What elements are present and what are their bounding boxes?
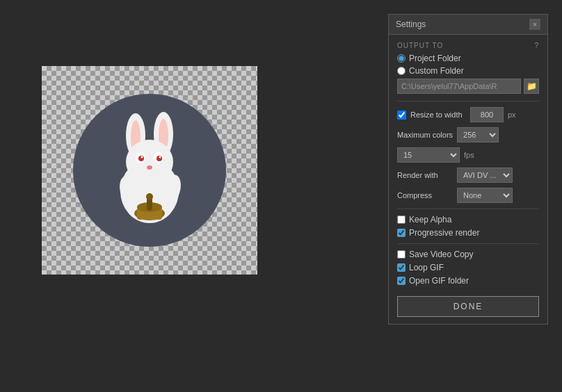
compress-label: Compress: [397, 191, 453, 199]
help-icon[interactable]: ?: [534, 42, 539, 49]
done-button[interactable]: DONE: [397, 296, 539, 317]
rabbit-illustration: [94, 108, 205, 233]
resize-value-input[interactable]: [470, 107, 504, 122]
project-folder-label: Project Folder: [409, 54, 461, 63]
compress-row: Compress None LZW Deflate: [397, 188, 539, 203]
svg-point-12: [147, 165, 152, 170]
settings-panel: Settings × OUTPUT TO ? Project Folder Cu…: [388, 14, 548, 325]
resize-row: Resize to width px: [397, 107, 539, 122]
settings-body: OUTPUT TO ? Project Folder Custom Folder…: [388, 35, 548, 325]
max-colors-select[interactable]: 256 128 64 32 16: [457, 127, 499, 142]
svg-point-10: [141, 156, 143, 158]
progressive-render-label: Progressive render: [409, 228, 479, 238]
resize-label: Resize to width: [410, 111, 466, 119]
max-colors-row: Maximum colors 256 128 64 32 16: [397, 127, 539, 142]
open-gif-folder-row: Open GIF folder: [397, 276, 539, 286]
keep-alpha-checkbox[interactable]: [397, 215, 406, 224]
loop-gif-label: Loop GIF: [409, 263, 444, 272]
settings-title: Settings: [396, 19, 426, 29]
keep-alpha-row: Keep Alpha: [397, 215, 539, 224]
preview-area: [42, 66, 257, 275]
progressive-render-checkbox[interactable]: [397, 229, 406, 237]
path-row: 📁: [397, 79, 539, 94]
render-with-row: Render with AVI DV ... H.264 ProRes: [397, 168, 539, 183]
rabbit-circle: [73, 94, 226, 247]
svg-point-19: [146, 193, 153, 200]
resize-checkbox[interactable]: [397, 111, 406, 120]
path-input[interactable]: [397, 79, 521, 94]
folder-icon: 📁: [527, 81, 537, 91]
save-video-label: Save Video Copy: [409, 250, 474, 259]
project-folder-radio[interactable]: [397, 54, 406, 63]
save-video-row: Save Video Copy: [397, 250, 539, 259]
custom-folder-label: Custom Folder: [409, 66, 464, 76]
compress-select[interactable]: None LZW Deflate: [457, 188, 513, 203]
save-video-checkbox[interactable]: [397, 250, 406, 259]
browse-folder-button[interactable]: 📁: [524, 79, 539, 94]
progressive-render-row: Progressive render: [397, 228, 539, 238]
loop-gif-checkbox[interactable]: [397, 263, 406, 272]
divider-1: [397, 101, 539, 101]
open-gif-folder-label: Open GIF folder: [409, 276, 469, 286]
svg-point-5: [126, 140, 173, 184]
resize-unit: px: [508, 111, 516, 119]
svg-point-11: [159, 156, 161, 158]
output-to-label: OUTPUT TO: [397, 42, 443, 49]
fps-row: 15 24 30 60 fps: [397, 147, 539, 163]
divider-2: [397, 209, 539, 209]
render-with-label: Render with: [397, 171, 453, 179]
custom-folder-row: Custom Folder: [397, 66, 539, 76]
output-to-section: OUTPUT TO ?: [397, 42, 539, 49]
fps-select[interactable]: 15 24 30 60: [397, 147, 460, 163]
divider-3: [397, 243, 539, 244]
custom-folder-radio[interactable]: [397, 67, 406, 75]
keep-alpha-label: Keep Alpha: [409, 215, 451, 224]
render-with-select[interactable]: AVI DV ... H.264 ProRes: [457, 168, 513, 183]
settings-header: Settings ×: [388, 14, 548, 35]
open-gif-folder-checkbox[interactable]: [397, 277, 406, 285]
max-colors-label: Maximum colors: [397, 131, 453, 139]
project-folder-row: Project Folder: [397, 54, 539, 63]
loop-gif-row: Loop GIF: [397, 263, 539, 272]
fps-unit: fps: [464, 151, 474, 159]
close-button[interactable]: ×: [529, 19, 540, 30]
